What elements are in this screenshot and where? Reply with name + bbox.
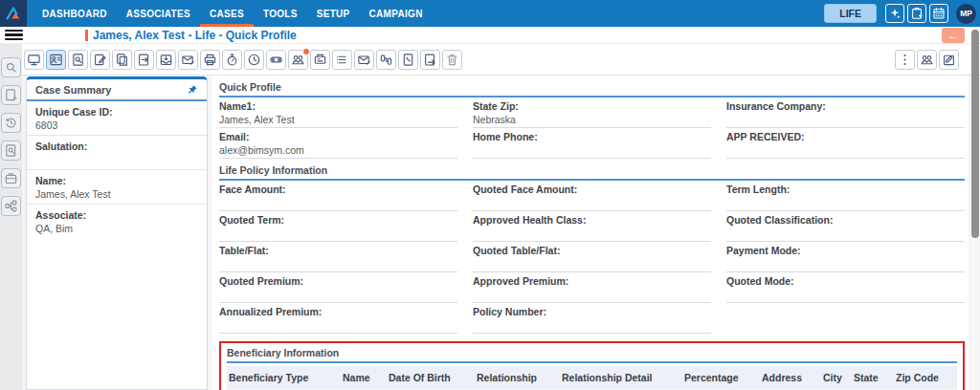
left-icon-strip — [0, 44, 22, 390]
field-value: James, Alex Test — [219, 114, 457, 125]
main-menu: DASHBOARDASSOCIATESCASESTOOLSSETUPCAMPAI… — [33, 0, 433, 27]
case-field-salutation: Salutation: — [27, 136, 207, 170]
nav-item-campaign[interactable]: CAMPAIGN — [360, 0, 433, 27]
people-icon[interactable] — [917, 50, 937, 70]
field-value — [726, 114, 965, 125]
pin-icon[interactable] — [187, 84, 198, 96]
phone-icon[interactable] — [398, 50, 418, 70]
life-policy-fields: Face Amount:Quoted Face Amount:Term Leng… — [219, 181, 965, 334]
page-title: James, Alex Test - Life - Quick Profile — [93, 29, 297, 42]
quick-profile-fields: Name1:James, Alex TestState Zip:Nebraska… — [219, 98, 965, 159]
nav-item-setup[interactable]: SETUP — [307, 0, 360, 27]
field-state-zip: State Zip:Nebraska — [473, 98, 711, 128]
field-value — [473, 258, 711, 270]
printer-icon[interactable] — [200, 50, 220, 70]
trash-icon[interactable] — [442, 50, 462, 70]
app-logo-icon[interactable] — [0, 0, 27, 27]
field-value: Nebraska — [473, 114, 711, 125]
toolbar — [22, 44, 980, 76]
main-panel: Quick Profile Name1:James, Alex TestStat… — [212, 76, 969, 390]
field-label: Name1: — [219, 100, 457, 113]
nav-item-associates[interactable]: ASSOCIATES — [117, 0, 200, 27]
field-annualized-premium: Annualized Premium: — [219, 303, 457, 334]
mail-edit-icon[interactable] — [354, 50, 374, 70]
field-value — [726, 258, 965, 270]
section-title-quick-profile: Quick Profile — [219, 76, 965, 98]
field-approved-premium: Approved Premium: — [473, 272, 711, 303]
field-quoted-table-flat: Quoted Table/Flat: — [473, 242, 711, 272]
history-icon[interactable] — [1, 113, 21, 133]
field-label: Name: — [35, 175, 198, 187]
field-value: 6803 — [35, 119, 198, 131]
clock-icon[interactable] — [244, 50, 264, 70]
nav-item-tools[interactable]: TOOLS — [254, 0, 307, 27]
field-label: Unique Case ID: — [35, 106, 198, 119]
case-field-unique-case-id: Unique Case ID:6803 — [27, 101, 207, 136]
column-header-percentage: Percentage — [684, 372, 762, 383]
monitor-icon[interactable] — [24, 50, 44, 70]
hamburger-menu-icon[interactable] — [5, 30, 28, 41]
copy-icon[interactable] — [112, 50, 132, 70]
mail-compose-icon[interactable] — [178, 50, 198, 70]
field-value — [473, 144, 711, 156]
nav-item-cases[interactable]: CASES — [200, 0, 254, 27]
back-arrow-icon: ← — [947, 29, 959, 42]
link-nodes-icon[interactable] — [376, 50, 396, 70]
search-icon[interactable] — [1, 57, 21, 77]
people-icon[interactable] — [288, 50, 308, 70]
sparkle-icon[interactable] — [885, 4, 904, 23]
field-label: Policy Number: — [473, 306, 711, 318]
field-table-flat: Table/Flat: — [219, 242, 457, 272]
clipboard-add-icon[interactable] — [907, 4, 926, 23]
field-value — [726, 228, 965, 239]
scrollbar-thumb[interactable] — [971, 30, 979, 238]
field-label: Quoted Mode: — [726, 275, 965, 288]
field-face-amount: Face Amount: — [219, 181, 457, 211]
note-icon[interactable] — [939, 50, 959, 70]
field-value — [473, 228, 711, 239]
case-summary-panel: Case Summary Unique Case ID:6803Salutati… — [26, 76, 208, 390]
field-label: Approved Premium: — [473, 275, 711, 288]
field-policy-number: Policy Number: — [473, 303, 711, 334]
nav-item-dashboard[interactable]: DASHBOARD — [33, 0, 117, 27]
field-value: alex@bimsym.com — [219, 144, 457, 156]
doc-share-icon[interactable] — [420, 50, 440, 70]
content-area: Case Summary Unique Case ID:6803Salutati… — [22, 76, 980, 390]
field-value — [726, 289, 965, 300]
field-payment-mode: Payment Mode: — [726, 242, 965, 272]
field-label: Face Amount: — [219, 184, 457, 196]
field-value — [726, 144, 965, 156]
contact-card-icon[interactable] — [46, 50, 66, 70]
field-label: Quoted Premium: — [219, 275, 457, 288]
case-summary-header: Case Summary — [27, 79, 207, 101]
fax-icon[interactable] — [310, 50, 330, 70]
doc-view-icon[interactable] — [1, 141, 21, 161]
list-icon[interactable] — [332, 50, 352, 70]
workflow-icon[interactable] — [1, 196, 21, 216]
nav-right-controls: LIFE MP — [824, 0, 980, 27]
field-label: Quoted Table/Flat: — [473, 245, 711, 257]
notification-dot-icon — [302, 48, 310, 55]
section-title-beneficiary: Beneficiary Information — [227, 343, 957, 363]
doc-edit-icon[interactable] — [90, 50, 110, 70]
calendar-icon[interactable] — [929, 4, 948, 23]
back-button[interactable]: ← — [942, 28, 965, 43]
stopwatch-icon[interactable] — [222, 50, 242, 70]
user-avatar[interactable]: MP — [956, 4, 976, 24]
inbox-icon[interactable] — [156, 50, 176, 70]
scrollbar[interactable] — [971, 28, 979, 390]
doc-add-icon[interactable] — [1, 85, 21, 105]
top-nav: DASHBOARDASSOCIATESCASESTOOLSSETUPCAMPAI… — [0, 0, 980, 27]
field-label: Term Length: — [726, 184, 965, 196]
column-header-zip-code: Zip Code — [896, 372, 957, 383]
title-bar: James, Alex Test - Life - Quick Profile … — [0, 27, 980, 44]
life-button[interactable]: LIFE — [824, 4, 877, 23]
voicemail-icon[interactable] — [266, 50, 286, 70]
field-home-phone: Home Phone: — [473, 128, 711, 159]
case-field-name: Name:James, Alex Test — [27, 170, 207, 205]
more-vertical-icon[interactable] — [895, 50, 915, 70]
case-box-icon[interactable] — [1, 168, 21, 188]
doc-export-icon[interactable] — [134, 50, 154, 70]
doc-search-icon[interactable] — [68, 50, 88, 70]
field-name1: Name1:James, Alex Test — [219, 98, 457, 128]
